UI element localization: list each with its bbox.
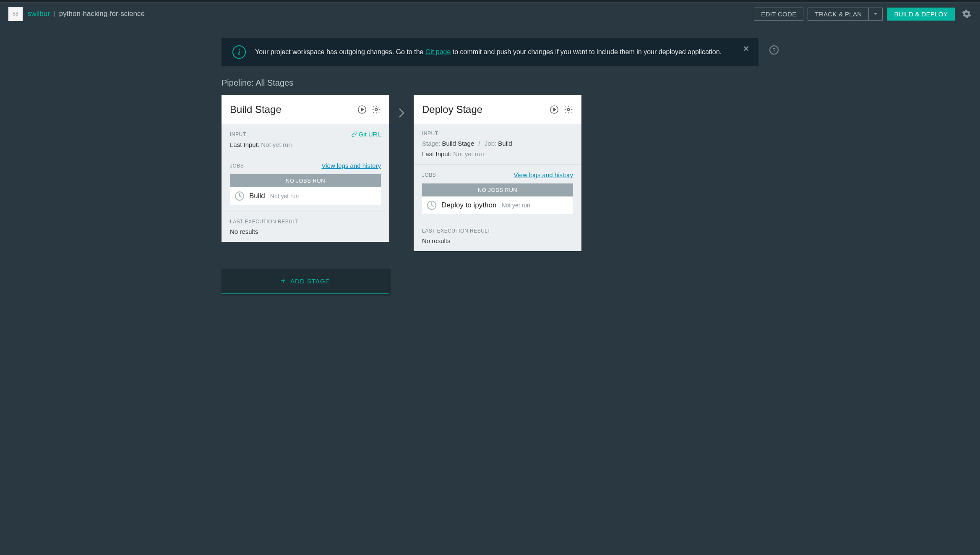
last-exec-value: No results [230,228,381,235]
stage-header: Deploy Stage [414,95,581,124]
last-exec-section: LAST EXECUTION RESULT No results [222,212,389,242]
add-stage-button[interactable]: + ADD STAGE [222,269,389,294]
input-stage-job-line: Stage: Build Stage / Job: Build [422,140,573,147]
no-jobs-banner: NO JOBS RUN [422,183,573,196]
input-label: INPUT [422,131,438,136]
jobs-section: JOBS View logs and history NO JOBS RUN B… [222,155,389,212]
app-icon: 88 [8,7,23,21]
last-exec-label: LAST EXECUTION RESULT [422,228,573,234]
divider [302,83,758,83]
notice-close-button[interactable]: ✕ [742,45,750,53]
last-input-line: Last Input: Not yet run [422,150,573,157]
settings-button[interactable] [962,9,972,19]
gear-icon [962,9,971,18]
stages-row: Build Stage INPUT [222,95,758,251]
clock-icon [235,191,244,201]
track-plan-dropdown[interactable] [868,8,883,21]
view-logs-link[interactable]: View logs and history [322,162,381,169]
link-icon [351,131,357,137]
gear-icon [564,105,573,114]
breadcrumb-separator: | [54,10,55,18]
chevron-down-icon [873,11,878,16]
input-label: INPUT [230,131,246,137]
stage-title: Deploy Stage [422,104,545,115]
notice-text: Your project workspace has outgoing chan… [255,48,722,56]
job-row[interactable]: Deploy to ipython Not yet run [422,196,573,214]
close-icon: ✕ [743,44,750,54]
gear-icon [372,105,381,114]
plus-icon: + [281,276,286,286]
no-jobs-banner: NO JOBS RUN [230,174,381,187]
job-row[interactable]: Build Not yet run [230,187,381,205]
chevron-right-icon [398,107,405,119]
app-header: 88 swilbur | python-hacking-for-science … [0,3,980,25]
input-section: INPUT Git URL Last Input: Not yet run [222,124,389,155]
last-exec-section: LAST EXECUTION RESULT No results [414,221,581,251]
pipeline-title-row: Pipeline: All Stages [222,78,758,88]
job-name: Deploy to ipython [441,201,496,209]
last-exec-label: LAST EXECUTION RESULT [230,219,381,225]
job-name: Build [249,192,265,200]
run-stage-button[interactable] [550,105,559,114]
stage-arrow [395,95,408,119]
play-icon [550,105,559,114]
job-status: Not yet run [501,202,530,209]
job-status: Not yet run [270,193,299,199]
jobs-label: JOBS [230,163,244,169]
jobs-section: JOBS View logs and history NO JOBS RUN D… [414,165,581,221]
edit-code-button[interactable]: EDIT CODE [754,8,803,21]
info-icon: i [232,45,246,59]
notice-banner: i Your project workspace has outgoing ch… [222,38,758,66]
run-stage-button[interactable] [357,105,367,114]
input-section: INPUT Stage: Build Stage / Job: Build La… [414,124,581,165]
breadcrumb: swilbur | python-hacking-for-science [28,10,145,18]
help-button[interactable]: ? [769,45,779,55]
git-page-link[interactable]: Git page [425,48,451,55]
stage-title: Build Stage [230,104,352,115]
view-logs-link[interactable]: View logs and history [514,171,573,178]
clock-icon [427,201,436,210]
track-plan-button[interactable]: TRACK & PLAN [808,8,868,21]
header-actions: EDIT CODE TRACK & PLAN BUILD & DEPLOY [754,8,972,21]
stage-card-deploy: Deploy Stage INPUT S [414,95,581,251]
stage-card-build: Build Stage INPUT [222,95,389,242]
svg-point-3 [567,108,570,111]
svg-point-1 [375,108,378,111]
breadcrumb-user[interactable]: swilbur [28,10,50,18]
play-icon [357,105,367,114]
main-container: ? i Your project workspace has outgoing … [222,38,758,311]
pipeline-title: Pipeline: All Stages [222,78,293,88]
last-input-line: Last Input: Not yet run [230,141,381,148]
build-deploy-button[interactable]: BUILD & DEPLOY [887,8,955,21]
stage-settings-button[interactable] [564,105,573,114]
last-exec-value: No results [422,237,573,244]
breadcrumb-project[interactable]: python-hacking-for-science [59,10,145,18]
stage-header: Build Stage [222,95,389,124]
git-url-link[interactable]: Git URL [351,131,381,138]
question-icon: ? [772,47,775,53]
stage-settings-button[interactable] [372,105,381,114]
jobs-label: JOBS [422,172,436,178]
